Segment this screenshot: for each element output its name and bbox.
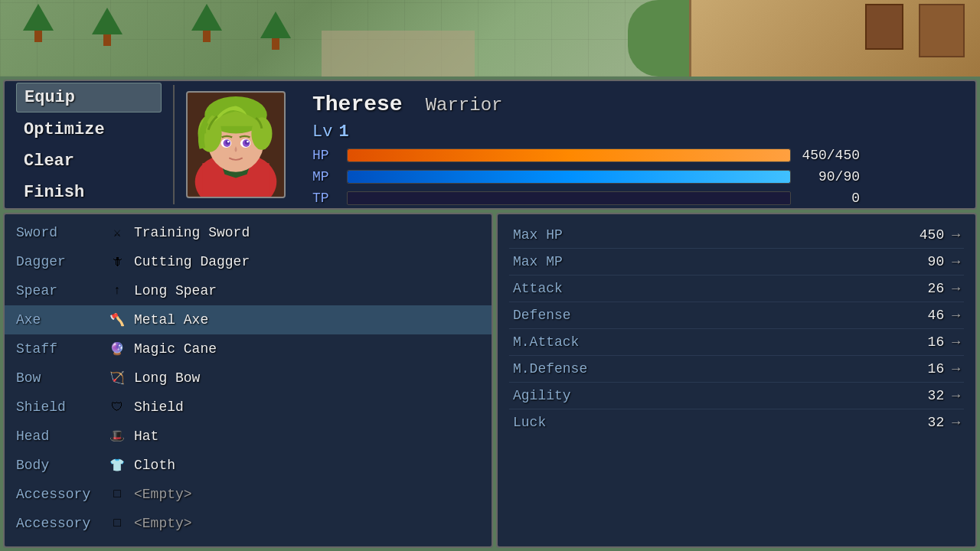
equip-slot-name-accessory1: Accessory [16, 487, 100, 502]
portrait-svg [188, 93, 284, 197]
equip-slot-name-sword: Sword [16, 225, 100, 240]
tp-bar-background [347, 191, 791, 205]
character-name-row: Therese Warrior [312, 93, 960, 116]
equip-item-body: Cloth [134, 458, 175, 473]
equip-icon-shield: 🛡 [108, 398, 126, 416]
menu-optimize[interactable]: Optimize [16, 116, 162, 144]
equip-slot-name-head: Head [16, 429, 100, 444]
stats-panel: Max HP450→Max MP90→Attack26→Defense46→M.… [496, 213, 977, 548]
equip-slot-name-accessory2: Accessory [16, 516, 100, 531]
mp-value: 90/90 [799, 169, 860, 184]
equip-item-bow: Long Bow [134, 370, 200, 386]
equip-icon-dagger: 🗡 [108, 253, 126, 271]
character-stats-area: Therese Warrior Lv 1 HP 450/450 MP 90/90 [297, 81, 975, 208]
stat-value-luck: 32 [906, 415, 944, 430]
stat-arrow-agility: → [952, 388, 960, 403]
stat-row-max-mp: Max MP90→ [509, 249, 964, 276]
hp-bar-background [347, 148, 791, 162]
equip-icon-sword: ⚔ [108, 223, 126, 242]
character-panel: Equip Optimize Clear Finish [3, 80, 977, 210]
hp-label: HP [312, 148, 339, 163]
equip-icon-accessory1: □ [108, 485, 126, 504]
character-level: 1 [338, 122, 348, 142]
stat-name-attack: Attack [513, 281, 906, 296]
svg-point-16 [247, 141, 249, 143]
equip-item-axe: Metal Axe [134, 312, 208, 328]
level-label: Lv [312, 122, 332, 142]
equip-item-shield: Shield [134, 399, 184, 415]
hp-bar-row: HP 450/450 [312, 148, 960, 163]
menu-equip[interactable]: Equip [16, 83, 162, 112]
equip-row-sword[interactable]: Sword⚔Training Sword [5, 218, 492, 247]
hp-value: 450/450 [799, 148, 860, 163]
equip-item-sword: Training Sword [134, 225, 250, 240]
equip-slot-name-axe: Axe [16, 312, 100, 328]
equip-icon-body: 👕 [108, 456, 126, 474]
mp-bar-row: MP 90/90 [312, 169, 960, 184]
equip-icon-bow: 🏹 [108, 369, 126, 387]
tree-decoration [23, 4, 54, 42]
stat-name-luck: Luck [513, 415, 906, 430]
equip-icon-axe: 🪓 [108, 311, 126, 329]
equip-item-accessory1: <Empty> [134, 487, 192, 502]
equip-row-dagger[interactable]: Dagger🗡Cutting Dagger [5, 247, 492, 276]
equip-icon-staff: 🔮 [108, 340, 126, 358]
equip-icon-accessory2: □ [108, 514, 126, 533]
equip-icon-spear: ↑ [108, 282, 126, 300]
character-name: Therese [312, 93, 403, 116]
game-world [0, 0, 980, 77]
stat-row-agility: Agility32→ [509, 383, 964, 409]
tree-decoration [92, 8, 122, 46]
equip-row-staff[interactable]: Staff🔮Magic Cane [5, 334, 492, 364]
stat-name-max-hp: Max HP [513, 227, 906, 243]
stat-row-defense: Defense46→ [509, 302, 964, 329]
stat-value-m-attack: 16 [906, 334, 944, 350]
equip-item-staff: Magic Cane [134, 341, 217, 357]
stat-arrow-defense: → [952, 308, 960, 323]
menu-clear[interactable]: Clear [16, 147, 162, 175]
equip-slot-name-shield: Shield [16, 399, 100, 415]
equip-row-accessory2[interactable]: Accessory□<Empty> [5, 509, 492, 538]
equip-item-head: Hat [134, 429, 158, 444]
menu-panel: Equip Optimize Clear Finish [5, 81, 173, 208]
stat-arrow-max-mp: → [952, 254, 960, 269]
tp-label: TP [312, 191, 339, 206]
stat-value-m-defense: 16 [906, 361, 944, 377]
stat-value-max-mp: 90 [906, 254, 944, 269]
stat-value-defense: 46 [906, 308, 944, 323]
stat-value-attack: 26 [906, 281, 944, 296]
mp-bar-fill [348, 171, 790, 183]
tp-bar-row: TP 0 [312, 191, 960, 206]
equip-row-axe[interactable]: Axe🪓Metal Axe [5, 305, 492, 334]
tree-decoration [260, 11, 291, 50]
equip-row-head[interactable]: Head🎩Hat [5, 422, 492, 451]
ui-container: Equip Optimize Clear Finish [0, 77, 980, 551]
stat-row-luck: Luck32→ [509, 409, 964, 435]
equip-row-bow[interactable]: Bow🏹Long Bow [5, 364, 492, 393]
stat-arrow-attack: → [952, 281, 960, 296]
hp-bar-fill [348, 149, 790, 161]
stat-value-agility: 32 [906, 388, 944, 403]
equip-row-accessory1[interactable]: Accessory□<Empty> [5, 480, 492, 509]
equip-slot-name-bow: Bow [16, 370, 100, 386]
bottom-panels: Sword⚔Training SwordDagger🗡Cutting Dagge… [3, 213, 977, 548]
equip-row-shield[interactable]: Shield🛡Shield [5, 393, 492, 422]
stat-row-max-hp: Max HP450→ [509, 222, 964, 249]
equip-row-body[interactable]: Body👕Cloth [5, 451, 492, 480]
svg-point-15 [227, 141, 230, 143]
tp-value: 0 [799, 191, 860, 206]
equip-slot-name-body: Body [16, 458, 100, 473]
stat-row-m-defense: M.Defense16→ [509, 356, 964, 383]
character-portrait-area [175, 81, 297, 208]
menu-finish[interactable]: Finish [16, 178, 162, 207]
equip-icon-head: 🎩 [108, 427, 126, 445]
stat-value-max-hp: 450 [906, 227, 944, 243]
equip-slot-name-staff: Staff [16, 341, 100, 357]
stat-name-max-mp: Max MP [513, 254, 906, 269]
equip-slot-name-dagger: Dagger [16, 254, 100, 269]
equip-row-spear[interactable]: Spear↑Long Spear [5, 276, 492, 305]
stat-row-m-attack: M.Attack16→ [509, 329, 964, 356]
stat-arrow-m-attack: → [952, 334, 960, 350]
equip-item-accessory2: <Empty> [134, 516, 192, 531]
stat-name-m-attack: M.Attack [513, 334, 906, 350]
